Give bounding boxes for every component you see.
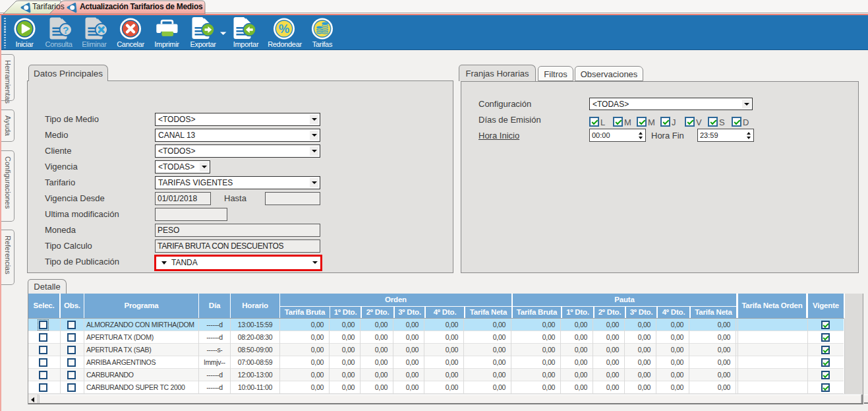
- svg-text:?: ?: [63, 24, 69, 36]
- svg-text:%: %: [279, 22, 289, 36]
